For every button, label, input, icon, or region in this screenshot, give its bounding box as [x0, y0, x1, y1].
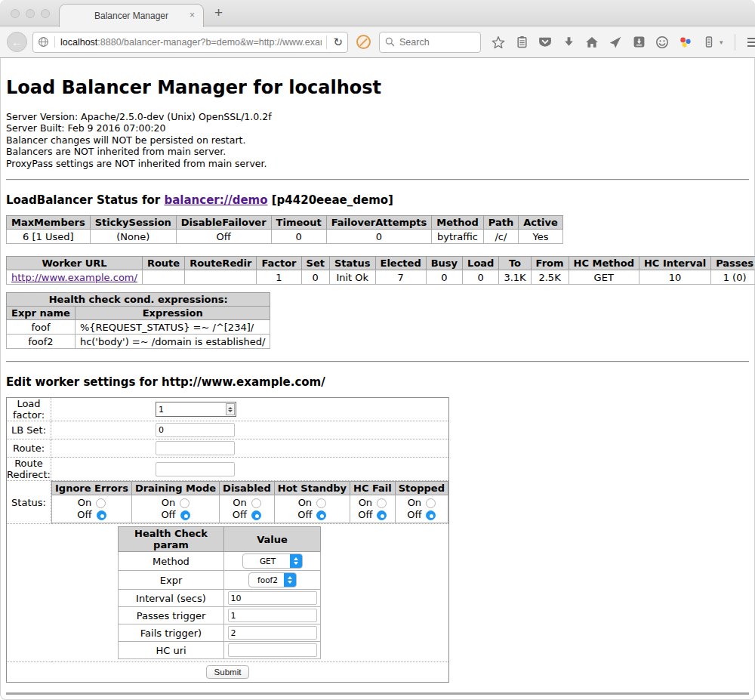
- col-timeout: Timeout: [271, 216, 326, 230]
- disabled-radios: On Off: [220, 495, 275, 523]
- hc-expr-title: Health check cond. expressions:: [7, 293, 270, 307]
- close-window-button[interactable]: [11, 9, 20, 18]
- disabled-on-radio[interactable]: [251, 498, 261, 508]
- stopped-off-radio[interactable]: [426, 510, 436, 520]
- url-bar[interactable]: localhost:8880/balancer-manager?b=demo&w…: [32, 32, 348, 53]
- disabled-off-radio[interactable]: [251, 510, 261, 520]
- worker-table: Worker URL Route RouteRedir Factor Set S…: [6, 256, 755, 285]
- col-path: Path: [483, 216, 518, 230]
- minimize-window-button[interactable]: [26, 9, 35, 18]
- health-check-row: Health Check param Value Method GET: [7, 524, 449, 662]
- health-check-expressions-table: Health check cond. expressions: Expr nam…: [6, 292, 270, 349]
- search-bar[interactable]: [379, 32, 481, 53]
- submit-button[interactable]: Submit: [206, 665, 250, 679]
- stopped-radios: On Off: [395, 495, 448, 523]
- balancer-demo-link[interactable]: balancer://demo: [164, 193, 267, 207]
- lb-set-input[interactable]: [156, 423, 235, 437]
- reload-icon[interactable]: ↻: [326, 35, 343, 49]
- hc-fail-on-radio[interactable]: [377, 498, 387, 508]
- menu-icon[interactable]: [747, 35, 755, 49]
- interval-label: Interval (secs): [119, 590, 224, 607]
- hot-standby-off-radio[interactable]: [316, 510, 326, 520]
- hot-standby-on-radio[interactable]: [316, 498, 326, 508]
- server-built: Server Built: Feb 9 2016 07:00:20: [6, 122, 749, 134]
- extension-dots-icon[interactable]: [679, 35, 692, 49]
- server-version: Server Version: Apache/2.5.0-dev (Unix) …: [6, 111, 749, 122]
- navigation-toolbar: ← localhost:8880/balancer-manager?b=demo…: [0, 26, 755, 58]
- reading-list-icon[interactable]: [515, 35, 528, 49]
- hc-uri-input[interactable]: [228, 643, 317, 657]
- col-active: Active: [519, 216, 563, 230]
- send-tab-icon[interactable]: [609, 35, 622, 49]
- status-row: Status: Ignore Errors Draining Mode Disa…: [7, 481, 449, 524]
- ignore-errors-on-radio[interactable]: [96, 498, 106, 508]
- edit-worker-form: Load factor: LB Set: Route: Route Redire…: [6, 397, 449, 683]
- table-header-row: Ignore Errors Draining Mode Disabled Hot…: [52, 482, 448, 495]
- notice-balancers: Balancers are NOT inherited from main se…: [6, 146, 749, 157]
- home-icon[interactable]: [585, 35, 599, 49]
- fails-label: Fails trigger): [119, 624, 224, 642]
- select-arrows-icon: [284, 573, 296, 587]
- stopped-on-radio[interactable]: [426, 498, 436, 508]
- pocket-icon[interactable]: [538, 35, 552, 49]
- select-arrows-icon: [290, 554, 302, 568]
- health-check-param-table: Health Check param Value Method GET: [118, 526, 321, 659]
- draining-mode-on-radio[interactable]: [180, 498, 190, 508]
- window-controls: [11, 9, 50, 18]
- hc-uri-label: HC uri: [119, 642, 224, 659]
- number-spinner[interactable]: [226, 403, 235, 415]
- route-redirect-input[interactable]: [156, 462, 235, 476]
- interval-input[interactable]: [228, 591, 317, 605]
- status-radio-row: On Off On Off On Off: [52, 495, 448, 523]
- zoom-window-button[interactable]: [41, 9, 50, 18]
- ignore-errors-radios: On Off: [52, 495, 132, 523]
- content-block-icon[interactable]: [356, 35, 371, 49]
- downloads-icon[interactable]: [562, 35, 575, 49]
- table-header-row: Health Check param Value: [119, 527, 321, 552]
- notice-proxypass: ProxyPass settings are NOT inherited fro…: [6, 158, 749, 169]
- col-disablefailover: DisableFailover: [176, 216, 271, 230]
- route-label: Route:: [7, 439, 51, 458]
- url-host: localhost: [60, 37, 97, 48]
- route-input[interactable]: [156, 441, 235, 455]
- new-tab-button[interactable]: +: [214, 5, 223, 21]
- route-row: Route:: [7, 439, 449, 458]
- bookmark-star-icon[interactable]: [492, 35, 505, 49]
- col-method: Method: [432, 216, 483, 230]
- tab-title: Balancer Manager: [94, 11, 168, 21]
- site-identity-globe-icon[interactable]: [38, 36, 55, 48]
- load-factor-field: [156, 402, 236, 417]
- chevron-down-icon[interactable]: ▾: [720, 39, 723, 46]
- col-stickysession: StickySession: [90, 216, 176, 230]
- page-title: Load Balancer Manager for localhost: [6, 77, 749, 98]
- passes-input[interactable]: [228, 609, 317, 622]
- load-factor-input[interactable]: [159, 405, 226, 415]
- expr-select[interactable]: foof2: [248, 572, 297, 587]
- save-page-icon[interactable]: [632, 35, 646, 49]
- table-row: foof %{REQUEST_STATUS} =~ /^[234]/: [7, 320, 270, 335]
- hc-fail-off-radio[interactable]: [377, 510, 387, 520]
- container-tabs-icon[interactable]: [702, 35, 716, 49]
- notice-persist: Balancer changes will NOT be persisted o…: [6, 134, 749, 146]
- method-select[interactable]: GET: [242, 554, 303, 569]
- table-row: 6 [1 Used] (None) Off 0 0 bytraffic /c/ …: [7, 230, 563, 244]
- back-button[interactable]: ←: [7, 32, 27, 52]
- search-icon: [385, 37, 395, 47]
- chat-smiley-icon[interactable]: [655, 35, 669, 49]
- fails-input[interactable]: [228, 626, 317, 640]
- url-text[interactable]: localhost:8880/balancer-manager?b=demo&w…: [60, 37, 322, 48]
- load-factor-row: Load factor:: [7, 398, 449, 421]
- tab-balancer-manager[interactable]: Balancer Manager ×: [59, 4, 204, 27]
- search-input[interactable]: [399, 37, 467, 48]
- close-tab-icon[interactable]: ×: [190, 11, 195, 20]
- submit-row: Submit: [7, 662, 449, 683]
- route-redirect-row: Route Redirect:: [7, 458, 449, 481]
- draining-mode-off-radio[interactable]: [180, 510, 190, 520]
- worker-url-link[interactable]: http://www.example.com/: [11, 272, 137, 283]
- toolbar-separator: [735, 34, 735, 51]
- worker-row: http://www.example.com/ 1 0 Init Ok 7 0 …: [7, 270, 755, 285]
- ignore-errors-off-radio[interactable]: [97, 510, 106, 520]
- expr-label: Expr: [119, 571, 224, 590]
- col-failoverattempts: FailoverAttempts: [326, 216, 432, 230]
- balancer-status-heading: LoadBalancer Status for balancer://demo …: [6, 193, 749, 207]
